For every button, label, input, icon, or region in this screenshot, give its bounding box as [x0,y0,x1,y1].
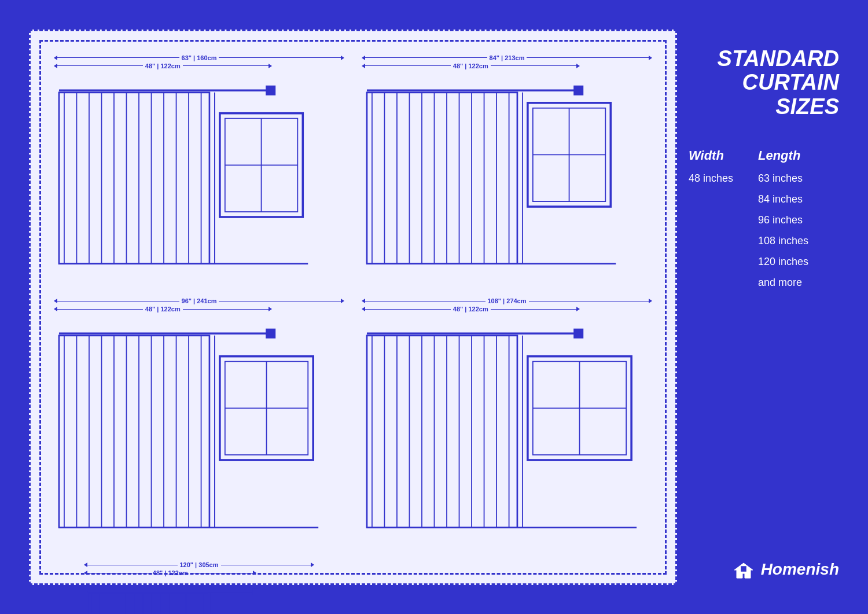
measure-outer-84: 84" | 213cm [362,54,652,61]
measure-outer-120: 120" | 305cm [84,561,314,568]
curtain-panel-120: 120" | 305cm 48" | 122cm [78,556,320,614]
curtain-drawing-108 [362,314,652,544]
size-table-header: Width Length [689,148,839,163]
width-value-48: 48 inches [689,168,746,189]
inner-label-108: 48" | 122cm [453,306,488,312]
line-seg [57,57,179,58]
svg-rect-64 [575,329,583,337]
line-seg [190,573,253,573]
curtain-grid: 63" | 160cm 48" | 122cm [31,31,675,583]
arrow-right-icon [253,571,256,575]
width-values: 48 inches [689,168,746,293]
curtain-drawing-120 [84,578,314,614]
line-seg [57,301,179,302]
curtain-panel-108: 108" | 274cm 48" | 122cm [356,292,658,550]
measure-inner-96: 48" | 122cm [54,306,272,312]
line-seg [221,565,311,565]
svg-rect-14 [59,92,209,263]
curtain-drawing-63 [54,71,344,281]
measure-inner-108: 48" | 122cm [362,306,580,312]
svg-rect-43 [267,329,275,337]
line-seg [183,65,269,66]
arrow-right-icon [311,562,314,567]
line-seg [491,65,576,66]
size-table: Width Length 48 inches 63 inches 84 inch… [689,148,839,293]
title-block: STANDARD CURTAIN SIZES [689,47,839,119]
line-seg [365,57,487,58]
measure-outer-96: 96" | 241cm [54,297,344,304]
arrow-right-icon [341,56,344,60]
curtain-panel-84: 84" | 213cm 48" | 122cm [356,49,658,286]
inner-label-63: 48" | 122cm [145,62,181,69]
line-seg [57,309,143,310]
outer-label-108: 108" | 274cm [488,297,527,304]
line-seg [527,57,649,58]
arrow-right-icon [649,299,652,303]
measure-inner-120: 48" | 122cm [84,569,256,576]
outer-label-120: 120" | 305cm [180,561,219,568]
main-title: STANDARD CURTAIN SIZES [689,47,839,119]
svg-rect-85 [253,589,259,595]
length-value-108: 108 inches [758,230,808,251]
arrow-right-icon [649,56,652,60]
length-value-96: 96 inches [758,209,808,230]
line-seg [529,301,649,302]
measure-inner-63: 48" | 122cm [54,62,272,69]
svg-rect-111 [741,567,746,571]
size-table-body: 48 inches 63 inches 84 inches 96 inches … [689,168,839,293]
curtain-drawing-96 [54,314,344,544]
svg-rect-77 [367,336,517,528]
logo-text: Homenish [761,560,839,578]
curtain-drawing-84 [362,71,652,281]
line-seg [365,65,451,66]
logo: Homenish [689,560,839,579]
svg-rect-22 [575,86,583,94]
line-seg [87,565,177,565]
width-column-header: Width [689,148,746,163]
line-seg [183,309,269,310]
outer-container: 63" | 160cm 48" | 122cm [17,18,851,597]
line-seg [365,301,486,302]
line-seg [219,301,341,302]
line-seg [491,309,576,310]
svg-rect-56 [59,336,209,528]
arrow-right-icon [269,64,272,68]
line-seg [57,65,143,66]
length-value-120: 120 inches [758,251,808,272]
outer-label-63: 63" | 160cm [182,54,217,61]
arrow-right-icon [576,307,580,311]
svg-rect-1 [267,86,275,94]
length-values: 63 inches 84 inches 96 inches 108 inches… [758,168,808,293]
inner-label-120: 48" | 122cm [153,569,188,576]
curtain-panel-96: 96" | 241cm 48" | 122cm [48,292,350,550]
length-column-header: Length [758,148,800,163]
length-value-63: 63 inches [758,168,808,189]
measure-outer-63: 63" | 160cm [54,54,344,61]
empty-cell [356,556,658,614]
info-area: STANDARD CURTAIN SIZES Width Length 48 i… [677,18,851,597]
arrow-right-icon [341,299,344,303]
line-seg [365,309,451,310]
arrow-right-icon [269,307,272,311]
inner-label-96: 48" | 122cm [145,306,181,312]
inner-label-84: 48" | 122cm [453,62,488,69]
blueprint-area: 63" | 160cm 48" | 122cm [29,30,677,585]
curtain-panel-63: 63" | 160cm 48" | 122cm [48,49,350,286]
length-value-more: and more [758,272,808,293]
outer-label-84: 84" | 213cm [490,54,525,61]
svg-rect-35 [367,92,517,263]
measure-outer-108: 108" | 274cm [362,297,652,304]
line-seg [219,57,341,58]
outer-label-96: 96" | 241cm [182,297,217,304]
svg-rect-100 [87,593,208,614]
measure-inner-84: 48" | 122cm [362,62,580,69]
arrow-right-icon [576,64,580,68]
line-seg [87,573,150,573]
length-value-84: 84 inches [758,189,808,209]
